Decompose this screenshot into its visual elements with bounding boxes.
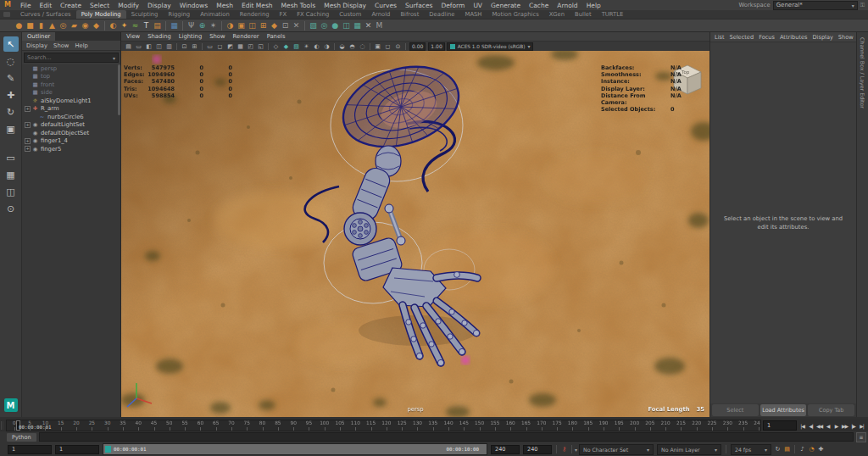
- outliner-item-defaultlightset[interactable]: +◉defaultLightSet: [22, 121, 120, 130]
- menu-mesh-tools[interactable]: Mesh Tools: [277, 2, 320, 9]
- field-chart-icon[interactable]: ▦: [236, 42, 245, 51]
- outliner-item-top[interactable]: ▦top: [22, 73, 120, 81]
- poly-sphere-icon[interactable]: ●: [14, 20, 25, 31]
- playback-end-field[interactable]: 240: [491, 445, 520, 454]
- clapper-icon[interactable]: ▤: [782, 446, 792, 453]
- step-forward-key-button[interactable]: ▶▶: [841, 421, 849, 430]
- current-frame-field[interactable]: 1: [763, 420, 797, 431]
- menu-create[interactable]: Create: [56, 2, 86, 9]
- menu-select[interactable]: Select: [86, 2, 114, 9]
- outliner-menu-help[interactable]: Help: [75, 42, 88, 49]
- paint-select-tool-icon[interactable]: ✎: [3, 70, 19, 86]
- range-bar[interactable]: 00:00:00:01 00:00:10:00: [103, 443, 487, 455]
- menu-windows[interactable]: Windows: [175, 2, 212, 9]
- gamma-field[interactable]: 1.00: [428, 42, 444, 51]
- bridge-icon[interactable]: ⊡: [280, 20, 291, 31]
- target-weld-icon[interactable]: ◎: [319, 20, 330, 31]
- platonic-solid-icon[interactable]: ◆: [91, 20, 102, 31]
- move-tool-icon[interactable]: ✚: [3, 87, 19, 103]
- shelf-tab-sculpting[interactable]: Sculpting: [126, 10, 164, 19]
- menu-generate[interactable]: Generate: [487, 2, 525, 9]
- shelf-collapse-button[interactable]: [3, 12, 10, 17]
- isolate-select-icon[interactable]: ▣: [373, 42, 382, 51]
- poly-cone-icon[interactable]: ▲: [47, 20, 58, 31]
- outliner-search-input[interactable]: Search... ▾: [24, 53, 119, 63]
- super-shape-icon[interactable]: ✦: [119, 20, 130, 31]
- shelf-tab-rendering[interactable]: Rendering: [235, 10, 275, 19]
- menu-edit[interactable]: Edit: [36, 2, 57, 9]
- viewport-menu-shading[interactable]: Shading: [147, 33, 171, 40]
- ik-handle-icon[interactable]: ⊕: [197, 20, 208, 31]
- safe-action-icon[interactable]: ◰: [246, 42, 255, 51]
- shelf-tab-rigging[interactable]: Rigging: [163, 10, 195, 19]
- joint-tool-icon[interactable]: Ψ: [186, 20, 197, 31]
- layout-single-pane-icon[interactable]: ▭: [3, 150, 19, 165]
- fps-select[interactable]: 24 fps▾: [731, 444, 771, 455]
- bevel-icon[interactable]: ◆: [269, 20, 280, 31]
- outliner-menu-display[interactable]: Display: [26, 42, 47, 49]
- shelf-tab-curves-surfaces[interactable]: Curves / Surfaces: [15, 10, 76, 19]
- two-d-pan-zoom-icon[interactable]: ⊞: [190, 42, 199, 51]
- type-tool-icon[interactable]: T: [141, 20, 152, 31]
- menu-uv[interactable]: UV: [469, 2, 487, 9]
- shelf-tab-xgen[interactable]: XGen: [544, 10, 570, 19]
- outliner-item-r-arm[interactable]: +✚R_arm: [22, 105, 120, 114]
- motion-blur-icon[interactable]: ◒: [337, 42, 347, 51]
- attribute-editor-menu-attributes[interactable]: Attributes: [780, 34, 808, 41]
- audio-icon[interactable]: ♪: [798, 446, 807, 453]
- attribute-editor-menu-display[interactable]: Display: [813, 34, 833, 41]
- shelf-tab-arnold[interactable]: Arnold: [366, 10, 395, 19]
- outliner-scrollbar[interactable]: [118, 64, 120, 115]
- shelf-tab-mash[interactable]: MASH: [460, 10, 487, 19]
- lock-icon[interactable]: ⚿: [860, 2, 865, 8]
- sculpt-sphere-icon[interactable]: ◐: [108, 20, 119, 31]
- command-line-input[interactable]: [39, 432, 854, 442]
- svg-tool-icon[interactable]: ▤: [152, 20, 163, 31]
- menu-arnold[interactable]: Arnold: [553, 2, 581, 9]
- textured-icon[interactable]: ▧: [292, 42, 301, 51]
- script-editor-icon[interactable]: ≡: [856, 432, 866, 442]
- clock-icon[interactable]: ◔: [807, 446, 816, 453]
- delete-history-icon[interactable]: ✕: [363, 20, 374, 31]
- menu-help[interactable]: Help: [582, 2, 605, 9]
- play-forwards-button[interactable]: ▶: [832, 421, 840, 430]
- step-back-frame-button[interactable]: ◀|: [807, 421, 815, 430]
- attribute-editor-menu-selected[interactable]: Selected: [730, 34, 754, 41]
- workspace-select[interactable]: General* ▾: [773, 1, 858, 10]
- curve-tool-icon[interactable]: ≈: [130, 20, 141, 31]
- shelf-tab-bullet[interactable]: Bullet: [570, 10, 597, 19]
- menu-surfaces[interactable]: Surfaces: [401, 2, 437, 9]
- safe-title-icon[interactable]: ◱: [256, 42, 265, 51]
- copy-tab-button[interactable]: Copy Tab: [808, 404, 854, 416]
- poly-cylinder-icon[interactable]: ▮: [36, 20, 47, 31]
- poly-cube-icon[interactable]: ■: [25, 20, 36, 31]
- shelf-tab-custom[interactable]: Custom: [334, 10, 366, 19]
- filter-icon[interactable]: ▾: [113, 55, 115, 61]
- menu-mesh[interactable]: Mesh: [212, 2, 237, 9]
- viewport-canvas[interactable]: Top Verts:54797500Edges:109496000Faces:5…: [121, 51, 709, 417]
- range-start-handle[interactable]: [105, 446, 111, 453]
- gate-mask-icon[interactable]: ◩: [225, 42, 235, 51]
- poly-plane-icon[interactable]: ▰: [69, 20, 80, 31]
- attribute-editor-menu-list[interactable]: List: [715, 34, 725, 41]
- outliner-item-nurbscircle6[interactable]: ~nurbsCircle6: [22, 113, 120, 121]
- auto-key-icon[interactable]: ⚷: [559, 446, 569, 453]
- load-attributes-button[interactable]: Load Attributes: [760, 404, 807, 416]
- colorspace-select[interactable]: ACES 1.0 SDR-video (sRGB)▾: [447, 42, 534, 51]
- viewport-menu-panels[interactable]: Panels: [267, 33, 286, 40]
- bookmark-icon[interactable]: ▥: [164, 42, 174, 51]
- multisample-icon[interactable]: ◓: [348, 42, 357, 51]
- remesh-icon[interactable]: ▦: [352, 20, 363, 31]
- viewport-menu-show[interactable]: Show: [209, 33, 225, 40]
- menu-modify[interactable]: Modify: [114, 2, 143, 9]
- outliner-item-persp[interactable]: ▦persp: [22, 64, 120, 73]
- outliner-item-side[interactable]: ▦side: [22, 89, 120, 97]
- shelf-tab-poly-modeling[interactable]: Poly Modeling: [76, 10, 126, 19]
- select-camera-icon[interactable]: ▭: [134, 42, 143, 51]
- film-gate-icon[interactable]: ▭: [205, 42, 214, 51]
- outliner-item-aiskydomelight1[interactable]: ☼aiSkyDomeLight1: [22, 97, 120, 105]
- poly-disc-icon[interactable]: ◉: [80, 20, 91, 31]
- lights-icon[interactable]: ☀: [302, 42, 311, 51]
- select-button[interactable]: Select: [712, 404, 759, 416]
- outliner-menu-show[interactable]: Show: [53, 42, 69, 49]
